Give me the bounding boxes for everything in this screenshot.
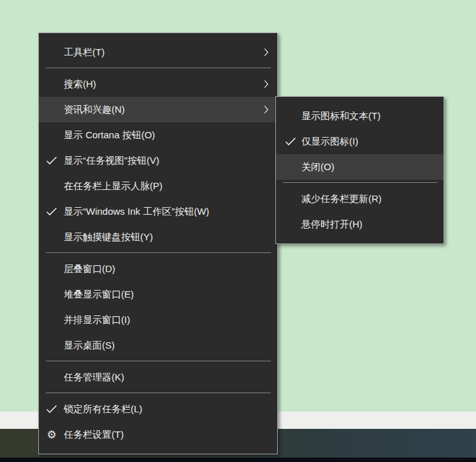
menu-item-show-task-view-button[interactable]: 显示“任务视图”按钮(V) bbox=[39, 148, 277, 173]
menu-item-label: 任务管理器(K) bbox=[64, 372, 124, 384]
menu-item-label: 并排显示窗口(I) bbox=[64, 314, 130, 326]
menu-item-show-windows-stacked[interactable]: 堆叠显示窗口(E) bbox=[39, 282, 277, 307]
menu-item-label: 任务栏设置(T) bbox=[64, 429, 124, 441]
chevron-right-icon bbox=[264, 106, 269, 114]
menu-item-show-cortana-button[interactable]: 显示 Cortana 按钮(O) bbox=[39, 122, 277, 148]
menu-item-label: 资讯和兴趣(N) bbox=[64, 104, 125, 116]
check-icon bbox=[46, 207, 57, 216]
chevron-right-icon bbox=[264, 80, 269, 89]
menu-item-label: 层叠窗口(D) bbox=[64, 263, 115, 275]
menu-item-label: 仅显示图标(I) bbox=[301, 136, 358, 148]
check-icon bbox=[285, 137, 296, 146]
news-and-interests-submenu: 显示图标和文本(T)仅显示图标(I)关闭(O)减少任务栏更新(R)悬停时打开(H… bbox=[275, 96, 444, 244]
menu-item-taskbar-settings[interactable]: ⚙任务栏设置(T) bbox=[39, 422, 277, 447]
menu-item-show-windows-side-by-side[interactable]: 并排显示窗口(I) bbox=[39, 307, 277, 333]
menu-item-label: 显示桌面(S) bbox=[64, 340, 115, 352]
menu-item-lock-all-taskbars[interactable]: 锁定所有任务栏(L) bbox=[39, 396, 277, 422]
menu-item-show-people-on-taskbar[interactable]: 在任务栏上显示人脉(P) bbox=[39, 173, 277, 199]
menu-item-turn-off[interactable]: 关闭(O) bbox=[276, 154, 444, 180]
menu-item-label: 显示“Windows Ink 工作区”按钮(W) bbox=[64, 206, 209, 218]
menu-item-task-manager[interactable]: 任务管理器(K) bbox=[39, 365, 277, 390]
menu-item-label: 在任务栏上显示人脉(P) bbox=[64, 180, 162, 192]
menu-item-label: 显示触摸键盘按钮(Y) bbox=[64, 231, 153, 243]
taskbar-context-menu: 工具栏(T)搜索(H)资讯和兴趣(N)显示 Cortana 按钮(O)显示“任务… bbox=[38, 32, 278, 454]
menu-item-label: 显示 Cortana 按钮(O) bbox=[64, 129, 155, 141]
menu-item-show-windows-ink-workspace-button[interactable]: 显示“Windows Ink 工作区”按钮(W) bbox=[39, 199, 277, 224]
check-icon bbox=[46, 405, 57, 414]
menu-separator bbox=[46, 361, 271, 361]
menu-item-search[interactable]: 搜索(H) bbox=[39, 71, 277, 97]
menu-item-label: 锁定所有任务栏(L) bbox=[64, 403, 142, 415]
menu-item-label: 显示图标和文本(T) bbox=[301, 110, 380, 122]
menu-item-label: 搜索(H) bbox=[64, 78, 96, 90]
menu-item-show-touch-keyboard-button[interactable]: 显示触摸键盘按钮(Y) bbox=[39, 224, 277, 250]
menu-separator bbox=[46, 393, 271, 393]
menu-item-label: 关闭(O) bbox=[301, 161, 335, 173]
menu-item-label: 显示“任务视图”按钮(V) bbox=[64, 155, 159, 167]
menu-item-toolbars[interactable]: 工具栏(T) bbox=[39, 40, 277, 65]
menu-item-cascade-windows[interactable]: 层叠窗口(D) bbox=[39, 256, 277, 282]
menu-item-show-icon-and-text[interactable]: 显示图标和文本(T) bbox=[276, 103, 444, 129]
menu-separator bbox=[46, 68, 271, 68]
taskbar[interactable] bbox=[0, 458, 476, 462]
menu-item-open-on-hover[interactable]: 悬停时打开(H) bbox=[276, 212, 444, 237]
menu-item-reduce-taskbar-updates[interactable]: 减少任务栏更新(R) bbox=[276, 186, 444, 212]
menu-item-show-desktop[interactable]: 显示桌面(S) bbox=[39, 333, 277, 358]
gear-icon: ⚙ bbox=[45, 428, 58, 441]
menu-item-news-and-interests[interactable]: 资讯和兴趣(N) bbox=[39, 97, 277, 122]
menu-separator bbox=[283, 182, 437, 183]
menu-item-label: 减少任务栏更新(R) bbox=[301, 193, 382, 205]
menu-item-show-icon-only[interactable]: 仅显示图标(I) bbox=[276, 129, 444, 154]
menu-item-label: 工具栏(T) bbox=[64, 47, 105, 59]
menu-item-label: 堆叠显示窗口(E) bbox=[64, 289, 134, 301]
menu-separator bbox=[46, 252, 271, 253]
menu-item-label: 悬停时打开(H) bbox=[301, 219, 363, 231]
chevron-right-icon bbox=[264, 48, 269, 57]
check-icon bbox=[46, 156, 57, 165]
